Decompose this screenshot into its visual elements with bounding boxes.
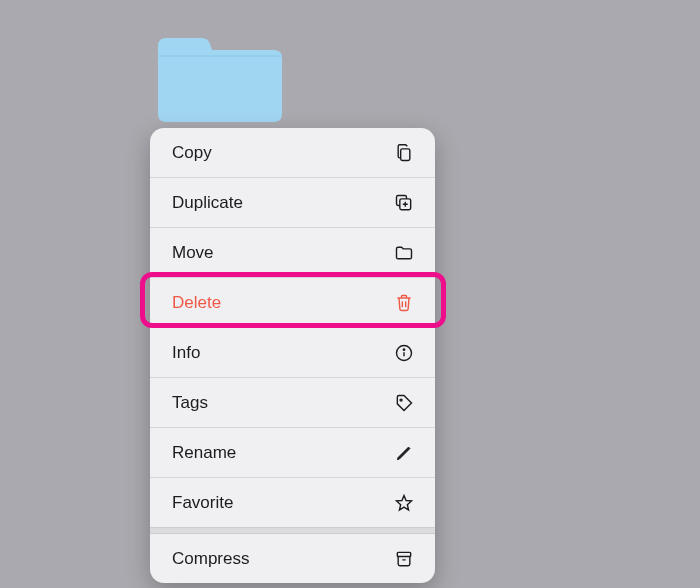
svg-point-9 [400,399,402,401]
menu-item-info[interactable]: Info [150,328,435,378]
menu-item-label: Compress [172,549,393,569]
menu-item-label: Duplicate [172,193,393,213]
folder[interactable] [152,28,286,128]
svg-rect-11 [397,552,410,556]
menu-item-label: Delete [172,293,393,313]
menu-item-compress[interactable]: Compress [150,534,435,583]
menu-item-duplicate[interactable]: Duplicate [150,178,435,228]
menu-item-label: Info [172,343,393,363]
menu-item-rename[interactable]: Rename [150,428,435,478]
menu-separator [150,527,435,534]
info-icon [393,342,415,364]
context-menu: Copy Duplicate Move Del [150,128,435,583]
folder-icon [393,242,415,264]
svg-marker-10 [397,496,412,511]
svg-rect-0 [401,149,410,161]
menu-item-label: Tags [172,393,393,413]
copy-icon [393,142,415,164]
tag-icon [393,392,415,414]
menu-item-label: Favorite [172,493,393,513]
svg-point-8 [403,349,404,350]
menu-item-label: Move [172,243,393,263]
duplicate-icon [393,192,415,214]
menu-item-delete[interactable]: Delete [150,278,435,328]
menu-item-move[interactable]: Move [150,228,435,278]
menu-item-favorite[interactable]: Favorite [150,478,435,527]
menu-item-tags[interactable]: Tags [150,378,435,428]
trash-icon [393,292,415,314]
menu-item-label: Rename [172,443,393,463]
menu-item-copy[interactable]: Copy [150,128,435,178]
pencil-icon [393,442,415,464]
menu-item-label: Copy [172,143,393,163]
star-icon [393,492,415,514]
archive-icon [393,548,415,570]
